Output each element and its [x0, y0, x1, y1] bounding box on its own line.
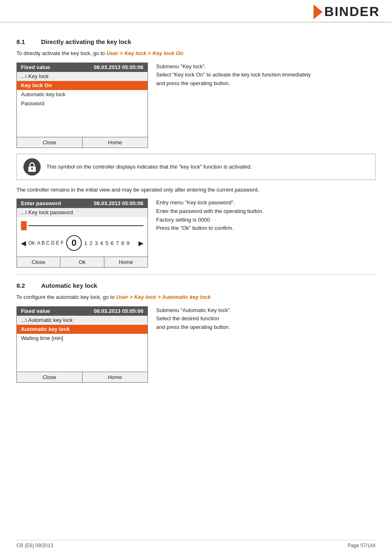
logo-arrow-icon	[314, 5, 323, 19]
panel3-footer: Close Home	[17, 372, 148, 382]
panel2-input-line	[28, 225, 143, 226]
panel1-header-label: Fixed value	[21, 64, 50, 70]
section-8-2-heading: Automatic key lock	[41, 282, 97, 289]
logo: BINDER	[314, 4, 380, 19]
panel1-wrapper: Fixed value 08.03.2013 05:05:06 ...\ Key…	[16, 62, 376, 148]
panel2-header-time: 08.03.2013 05:05:06	[94, 200, 143, 206]
panel2-close-btn[interactable]: Close	[17, 257, 60, 267]
svg-rect-2	[32, 169, 32, 170]
panel3-header-row: Fixed value 08.03.2013 05:05:06	[17, 307, 148, 316]
panel3-nav-row[interactable]: ...\ Automatic key lock	[17, 316, 148, 325]
panel3-row-waiting[interactable]: Waiting time [min]	[17, 334, 148, 343]
panel3-selected-row[interactable]: Automatic key lock	[17, 325, 148, 334]
panel2-header-row: Enter password 08.03.2013 05:05:06	[17, 199, 148, 208]
panel1-row-password[interactable]: Password	[17, 99, 148, 108]
section-8-2-intro: To configure the automatic key lock, go …	[16, 293, 376, 301]
panel3-spacer	[17, 343, 148, 372]
panel1-row-automatic[interactable]: Automatic key lock	[17, 90, 148, 99]
panel2-home-btn[interactable]: Home	[104, 257, 148, 267]
panel2-left-arrow[interactable]: ◀	[21, 239, 26, 247]
panel3-close-btn[interactable]: Close	[17, 372, 83, 382]
panel3-header-label: Fixed value	[21, 308, 50, 314]
section-8-1-link: User > Key lock > Key lock On	[106, 50, 183, 56]
panel3-home-btn[interactable]: Home	[83, 372, 148, 382]
panel2-desc: Entry menu "Key lock password". Enter th…	[156, 199, 264, 233]
section-8-1-number: 8.1	[16, 38, 33, 45]
panel2-ok-btn[interactable]: Ok	[60, 257, 104, 267]
panel2-header-label: Enter password	[21, 200, 61, 206]
separator	[16, 274, 376, 275]
section-8-2-number: 8.2	[16, 282, 33, 289]
panel2-right-arrow[interactable]: ▶	[138, 239, 143, 247]
logo-text: BINDER	[324, 4, 380, 19]
between-para: The controller remains in the initial vi…	[16, 186, 376, 194]
lock-symbol-box: This symbol on the controller displays i…	[16, 154, 376, 180]
panel1-footer: Close Home	[17, 137, 148, 148]
section-8-2-link: User > Key lock > Automatic key lock	[116, 294, 211, 300]
panel1-close-btn[interactable]: Close	[17, 137, 83, 148]
panel1-spacer	[17, 108, 148, 137]
key-lock-icon	[26, 161, 38, 173]
panel2-input-bar	[21, 221, 143, 230]
panel1-nav-row[interactable]: ...\ Key lock	[17, 72, 148, 81]
panel1: Fixed value 08.03.2013 05:05:06 ...\ Key…	[16, 62, 148, 148]
panel2-footer: Close Ok Home	[17, 257, 148, 267]
page-footer: CB (E6) 09/2013 Page 57/144	[16, 540, 376, 548]
main-content: 8.1 Directly activating the key lock To …	[0, 23, 392, 397]
page-header: BINDER	[0, 0, 392, 23]
panel2-keyrow: ◀ Ok: A B C D E F 0 1 2 3 4 5 6 7 8 9 ▶	[21, 234, 143, 252]
panel3-wrapper: Fixed value 08.03.2013 05:05:06 ...\ Aut…	[16, 306, 376, 383]
footer-left: CB (E6) 09/2013	[16, 543, 53, 548]
section-8-1-title: 8.1 Directly activating the key lock	[16, 38, 376, 45]
footer-right: Page 57/144	[348, 543, 376, 548]
lock-icon-circle	[23, 158, 41, 176]
section-8-1-heading: Directly activating the key lock	[41, 38, 131, 45]
panel3-desc: Submenu "Automatic Key lock". Select the…	[156, 306, 231, 332]
panel2-digits: 1 2 3 4 5 6 7 8 9	[84, 240, 130, 246]
section-8-2-title: 8.2 Automatic key lock	[16, 282, 376, 289]
panel3: Fixed value 08.03.2013 05:05:06 ...\ Aut…	[16, 306, 148, 383]
section-8-1-intro: To directly activate the key lock, go to…	[16, 49, 376, 58]
panel1-home-btn[interactable]: Home	[83, 137, 148, 148]
panel1-desc: Submenu "Key lock". Select "Key lock On"…	[156, 62, 311, 88]
panel2-wrapper: Enter password 08.03.2013 05:05:06 ...\ …	[16, 199, 376, 268]
panel1-header-time: 08.03.2013 05:05:06	[94, 64, 143, 70]
panel3-header-time: 08.03.2013 05:05:06	[94, 308, 143, 314]
lock-symbol-text: This symbol on the controller displays i…	[46, 164, 252, 170]
panel2-nav-row[interactable]: ...\ Key lock password	[17, 208, 148, 217]
panel2-zero-btn[interactable]: 0	[66, 235, 82, 251]
panel2-alpha-label: Ok: A B C D E F	[28, 240, 64, 246]
panel2-cursor	[21, 221, 27, 230]
panel2-input-area: ◀ Ok: A B C D E F 0 1 2 3 4 5 6 7 8 9 ▶	[17, 217, 148, 257]
panel2: Enter password 08.03.2013 05:05:06 ...\ …	[16, 199, 148, 268]
panel1-selected-row[interactable]: Key lock On	[17, 81, 148, 90]
panel1-header-row: Fixed value 08.03.2013 05:05:06	[17, 63, 148, 72]
